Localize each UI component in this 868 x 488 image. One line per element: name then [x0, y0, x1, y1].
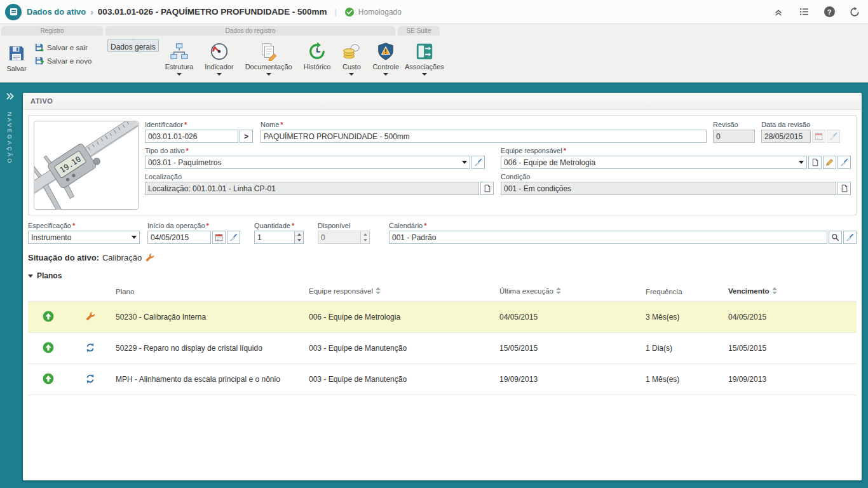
- refresh-icon[interactable]: [849, 6, 860, 18]
- sort-icon[interactable]: [772, 287, 777, 295]
- search-icon[interactable]: [829, 231, 842, 244]
- status-label: Homologado: [358, 8, 402, 17]
- especificacao-field: Especificação* Instrumento: [28, 222, 140, 244]
- save-exit-icon: [34, 43, 44, 52]
- cell-frequencia: 1 Mês(es): [642, 364, 724, 395]
- inicio-operacao-clear-button[interactable]: [227, 231, 240, 244]
- org-chart-icon: [170, 42, 189, 61]
- asset-photo[interactable]: 19.10: [34, 121, 139, 210]
- identificador-input[interactable]: [145, 130, 238, 143]
- calendar-icon[interactable]: [212, 231, 226, 244]
- identificador-open-button[interactable]: >: [240, 130, 253, 143]
- gauge-icon: [210, 42, 229, 61]
- section-header: ATIVO: [23, 93, 862, 110]
- col-ultima-execucao[interactable]: Última execução: [496, 281, 642, 302]
- quantidade-input[interactable]: [254, 231, 295, 244]
- tab-dados-gerais[interactable]: Dados gerais: [107, 39, 159, 52]
- sort-icon[interactable]: [556, 287, 561, 295]
- tab-documentacao[interactable]: Documentação: [240, 39, 297, 78]
- wrench-icon[interactable]: [145, 253, 154, 262]
- calendario-input[interactable]: [389, 231, 827, 244]
- equipe-edit-button[interactable]: [823, 156, 836, 169]
- col-plano[interactable]: Plano: [112, 281, 305, 302]
- save-exit-button[interactable]: Salvar e sair: [34, 43, 92, 52]
- equipe-clear-button[interactable]: [837, 156, 851, 169]
- cell-equipe: 003 - Equipe de Manutenção: [305, 364, 496, 395]
- collapse-ribbon-icon[interactable]: [773, 6, 784, 18]
- table-row[interactable]: 50230 - Calibração Interna 006 - Equipe …: [28, 302, 857, 333]
- situacao-value: Calibração: [102, 253, 142, 262]
- tab-custo[interactable]: Custo: [337, 39, 366, 78]
- nome-field: Nome*: [261, 121, 707, 143]
- activate-plan-icon[interactable]: [43, 346, 54, 355]
- navigation-strip: NAVEGAÇÃO: [0, 83, 19, 488]
- cell-frequencia: 1 Dia(s): [642, 333, 724, 364]
- col-type: [69, 281, 112, 302]
- asset-panel: ATIVO: [23, 93, 862, 480]
- tab-indicador[interactable]: Indicador: [200, 39, 238, 78]
- inicio-operacao-field: Início da operação*: [147, 222, 240, 244]
- identificador-field: Identificador* >: [145, 121, 254, 143]
- tab-historico[interactable]: Histórico: [299, 39, 336, 78]
- sort-icon[interactable]: [376, 287, 381, 295]
- list-menu-icon[interactable]: [798, 6, 810, 18]
- chevron-down-icon: [132, 236, 137, 239]
- localizacao-view-button[interactable]: [480, 182, 494, 195]
- spinner-up-icon: [295, 231, 303, 238]
- revisao-field: Revisão: [713, 121, 755, 143]
- table-row[interactable]: 50229 - Reparo no display de cristal líq…: [28, 333, 857, 364]
- especificacao-select[interactable]: Instrumento: [28, 231, 140, 244]
- wrench-icon: [85, 315, 95, 323]
- chevron-down-icon: [217, 73, 222, 76]
- col-frequencia[interactable]: Frequência: [642, 281, 724, 302]
- expand-navigation-button[interactable]: [5, 92, 15, 103]
- required-icon: *: [280, 121, 283, 128]
- activate-plan-icon[interactable]: [43, 315, 54, 324]
- table-row[interactable]: MPH - Alinhamento da escala principal e …: [28, 364, 857, 395]
- content-area: NAVEGAÇÃO ATIVO: [0, 83, 868, 488]
- required-icon: *: [207, 222, 209, 229]
- app-logo-icon[interactable]: [5, 4, 22, 20]
- quantidade-stepper[interactable]: [295, 231, 304, 244]
- condicao-view-button[interactable]: [837, 182, 851, 195]
- disponivel-input: [318, 231, 361, 244]
- equipe-select[interactable]: 006 - Equipe de Metrologia: [501, 156, 807, 169]
- tab-estrutura[interactable]: Estrutura: [160, 39, 199, 78]
- tipo-ativo-select[interactable]: 003.01 - Paquímetros: [145, 156, 470, 169]
- required-icon: *: [184, 121, 187, 128]
- tipo-ativo-clear-button[interactable]: [471, 156, 485, 169]
- save-icon: [8, 44, 25, 62]
- asset-form: 19.10 Identificador* >: [28, 115, 857, 215]
- data-revisao-input: [761, 130, 811, 143]
- nome-input[interactable]: [261, 130, 707, 143]
- tab-associacoes[interactable]: Associações: [400, 39, 449, 78]
- tipo-ativo-label: Tipo do ativo: [145, 147, 185, 154]
- breadcrumb-root[interactable]: Dados do ativo: [27, 7, 86, 17]
- calendar-icon: [812, 130, 825, 143]
- col-vencimento[interactable]: Vencimento: [724, 281, 857, 302]
- col-equipe[interactable]: Equipe responsável: [305, 281, 496, 302]
- top-header: Dados do ativo › 003.01.01-026 - PAQUÍME…: [0, 0, 868, 24]
- planos-section-toggle[interactable]: Planos: [28, 271, 857, 280]
- condicao-label: Condição: [501, 173, 530, 180]
- navigation-label: NAVEGAÇÃO: [6, 112, 13, 165]
- save-new-button[interactable]: Salvar e novo: [34, 56, 92, 65]
- cell-vencimento: 04/05/2015: [724, 302, 857, 333]
- calendario-clear-button[interactable]: [843, 231, 857, 244]
- col-status: [28, 281, 69, 302]
- chevron-down-icon: [462, 161, 467, 164]
- activate-plan-icon[interactable]: [43, 377, 54, 386]
- ribbon-group-se-suite: SE Suite Associações: [398, 26, 440, 80]
- equipe-view-button[interactable]: [808, 156, 822, 169]
- especificacao-label: Especificação: [28, 222, 71, 229]
- inicio-operacao-input[interactable]: [147, 231, 211, 244]
- revisao-label: Revisão: [713, 121, 738, 128]
- cell-plano: 50229 - Reparo no display de cristal líq…: [112, 333, 305, 364]
- ribbon-group-dados-registro: Dados do registro Dados gerais Estrutura: [105, 26, 395, 80]
- homologado-check-icon: [344, 7, 355, 17]
- associations-icon: [415, 42, 434, 61]
- help-icon[interactable]: ?: [824, 6, 835, 18]
- save-button[interactable]: Salvar: [3, 39, 31, 78]
- localizacao-label: Localização: [145, 173, 182, 180]
- cell-equipe: 006 - Equipe de Metrologia: [305, 302, 496, 333]
